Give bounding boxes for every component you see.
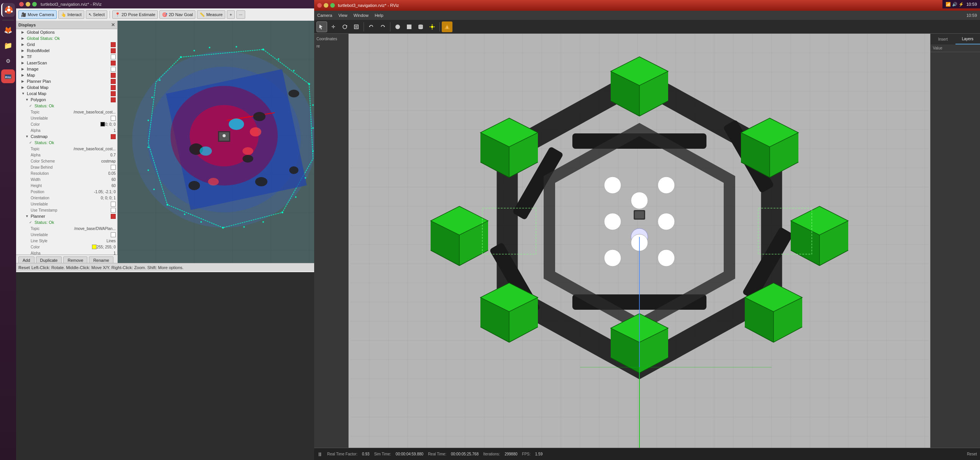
- plannerplan-checkbox[interactable]: [111, 79, 116, 84]
- tree-costmap-topic[interactable]: Topic /move_base/local_cost...: [16, 146, 117, 152]
- plus-button[interactable]: +: [227, 10, 234, 19]
- select-button[interactable]: ↖ Select: [86, 10, 108, 19]
- planner-color-swatch[interactable]: [92, 245, 97, 249]
- tree-grid[interactable]: ▶ Grid: [16, 41, 117, 48]
- taskbar-icon-settings[interactable]: ⚙: [1, 54, 15, 68]
- map-viewport[interactable]: 9 fps: [118, 21, 330, 263]
- interact-button[interactable]: 👆 Interact: [58, 10, 84, 19]
- close-button[interactable]: [19, 2, 24, 7]
- tree-local-map[interactable]: ▼ Local Map: [16, 90, 117, 97]
- menu-view[interactable]: View: [338, 13, 347, 18]
- tree-global-options[interactable]: ▶ Global Options: [16, 29, 117, 35]
- tree-costmap-resolution[interactable]: Resolution 0.05: [16, 170, 117, 176]
- tree-costmap-height[interactable]: Height 60: [16, 182, 117, 189]
- robotmodel-checkbox[interactable]: [111, 48, 116, 53]
- reset-btn[interactable]: Reset: [967, 452, 977, 456]
- tree-polygon[interactable]: ▼ Polygon: [16, 97, 117, 103]
- tree-costmap-colorscheme[interactable]: Color Scheme costmap: [16, 158, 117, 164]
- taskbar-icon-rviz[interactable]: RViz: [1, 69, 15, 83]
- planner-checkbox[interactable]: [111, 214, 116, 219]
- reset-label[interactable]: Reset: [18, 265, 30, 270]
- rviz2-warning[interactable]: !: [442, 21, 452, 32]
- unreliable2-checkbox[interactable]: [111, 202, 116, 207]
- image-checkbox[interactable]: [111, 67, 116, 72]
- rviz2-select-tool[interactable]: [316, 21, 327, 32]
- toolbar-sep2: [390, 22, 390, 31]
- move-camera-button[interactable]: 🎥 Move Camera: [18, 10, 57, 19]
- rviz2-maximize[interactable]: [330, 3, 335, 8]
- globalmap-checkbox[interactable]: [111, 85, 116, 90]
- tree-tf[interactable]: ▶ TF: [16, 54, 117, 60]
- tab-layers[interactable]: Layers: [955, 34, 980, 44]
- tree-planner[interactable]: ▼ Planner: [16, 213, 117, 219]
- rviz2-redo[interactable]: [377, 21, 388, 32]
- drawbehind-checkbox[interactable]: [111, 165, 116, 170]
- svg-point-43: [308, 83, 310, 85]
- taskbar-icon-files[interactable]: 📁: [1, 39, 15, 53]
- tree-costmap-unreliable[interactable]: Unreliable: [16, 201, 117, 207]
- menu-window[interactable]: Window: [354, 13, 369, 18]
- toolbar-sep3: [439, 22, 440, 31]
- grid-checkbox[interactable]: [111, 42, 116, 47]
- tree-costmap-timestamp[interactable]: Use Timestamp: [16, 207, 117, 213]
- costmap-checkbox[interactable]: [111, 134, 116, 139]
- tree-costmap-orientation[interactable]: Orientation 0; 0; 0; 1: [16, 195, 117, 201]
- tree-planner-alpha[interactable]: Alpha 1: [16, 250, 117, 255]
- tf-checkbox[interactable]: [111, 54, 116, 59]
- rviz2-light[interactable]: [427, 21, 438, 32]
- rviz2-sphere[interactable]: [392, 21, 403, 32]
- unreliable-checkbox[interactable]: [111, 116, 116, 121]
- tree-polygon-topic[interactable]: Topic /move_base/local_cost...: [16, 109, 117, 115]
- tree-laserscan[interactable]: ▶ LaserScan: [16, 60, 117, 66]
- tree-map[interactable]: ▶ Map: [16, 72, 117, 78]
- expand-icon: ▶: [21, 73, 25, 77]
- rviz2-box[interactable]: [404, 21, 415, 32]
- tree-polygon-color[interactable]: Color 0; 0; 0: [16, 121, 117, 127]
- tree-planner-color[interactable]: Color 255; 255; 0: [16, 244, 117, 250]
- tab-insert[interactable]: Insert: [931, 34, 955, 44]
- tree-polygon-unreliable[interactable]: Unreliable: [16, 115, 117, 121]
- rviz2-close[interactable]: [317, 3, 322, 8]
- displays-close[interactable]: ✕: [111, 22, 115, 28]
- tree-costmap-alpha[interactable]: Alpha 0.7: [16, 152, 117, 158]
- tree-costmap-width[interactable]: Width 60: [16, 176, 117, 182]
- menu-camera[interactable]: Camera: [317, 13, 332, 18]
- tree-image[interactable]: ▶ Image: [16, 66, 117, 72]
- unreliable3-checkbox[interactable]: [111, 232, 116, 237]
- rviz2-rotate-tool[interactable]: [339, 21, 350, 32]
- tree-global-map[interactable]: ▶ Global Map: [16, 84, 117, 90]
- tree-robotmodel[interactable]: ▶ RobotModel: [16, 48, 117, 54]
- laserscan-checkbox[interactable]: [111, 61, 116, 66]
- minimize-button[interactable]: [26, 2, 30, 7]
- tree-global-status[interactable]: ▶ Global Status: Ok: [16, 35, 117, 41]
- tree-polygon-alpha[interactable]: Alpha 1: [16, 127, 117, 133]
- rviz2-scale-tool[interactable]: [351, 21, 362, 32]
- rviz2-3d-viewport[interactable]: [349, 34, 930, 448]
- measure-button[interactable]: 📏 Measure: [197, 10, 225, 19]
- more-tools-button[interactable]: ···: [236, 10, 245, 19]
- maximize-button[interactable]: [32, 2, 37, 7]
- rviz2-cylinder[interactable]: [415, 21, 426, 32]
- tree-costmap[interactable]: ▼ Costmap: [16, 133, 117, 140]
- pause-button[interactable]: ⏸: [317, 451, 323, 457]
- pose-estimate-button[interactable]: 📍 2D Pose Estimate: [112, 10, 158, 19]
- rviz2-move-tool[interactable]: ✛: [328, 21, 339, 32]
- localmap-checkbox[interactable]: [111, 91, 116, 96]
- tree-planner-topic[interactable]: Topic /move_base/DWAPlan...: [16, 225, 117, 232]
- color-swatch[interactable]: [100, 122, 105, 127]
- timestamp-checkbox[interactable]: [111, 208, 116, 213]
- rviz2-undo[interactable]: [366, 21, 377, 32]
- tree-costmap-position[interactable]: Position -1.05; -2.1; 0: [16, 189, 117, 195]
- polygon-checkbox[interactable]: [111, 97, 116, 102]
- tree-planner-linestyle[interactable]: Line Style Lines: [16, 238, 117, 244]
- rviz2-minimize[interactable]: [324, 3, 328, 8]
- menu-help[interactable]: Help: [375, 13, 383, 18]
- tree-planner-plan[interactable]: ▶ Planner Plan: [16, 78, 117, 84]
- tree-costmap-drawbehind[interactable]: Draw Behind: [16, 164, 117, 170]
- svg-point-59: [147, 120, 149, 121]
- map-checkbox[interactable]: [111, 73, 116, 78]
- taskbar-icon-ubuntu[interactable]: [1, 3, 15, 17]
- nav-goal-button[interactable]: 🎯 2D Nav Goal: [159, 10, 195, 19]
- tree-planner-unreliable[interactable]: Unreliable: [16, 232, 117, 238]
- taskbar-icon-firefox[interactable]: 🦊: [1, 23, 15, 37]
